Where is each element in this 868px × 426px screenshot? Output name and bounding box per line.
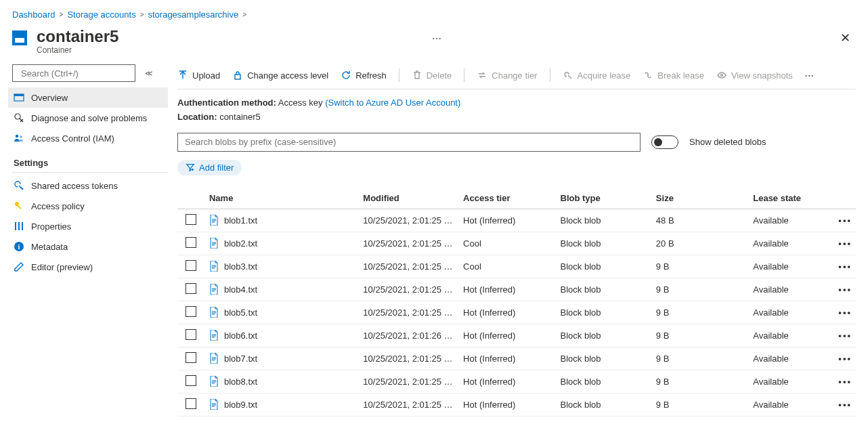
- svg-rect-10: [18, 222, 20, 230]
- table-row[interactable]: blob5.txt10/25/2021, 2:01:25 …Hot (Infer…: [177, 301, 856, 324]
- table-row[interactable]: blob8.txt10/25/2021, 2:01:25 …Hot (Infer…: [177, 370, 856, 393]
- refresh-button[interactable]: Refresh: [341, 70, 387, 81]
- row-more-button[interactable]: •••: [832, 232, 856, 255]
- row-more-button[interactable]: •••: [832, 278, 856, 301]
- close-button[interactable]: ✕: [835, 28, 856, 48]
- row-checkbox[interactable]: [186, 237, 196, 248]
- edit-icon: [14, 261, 24, 272]
- col-header-lease-state[interactable]: Lease state: [749, 188, 832, 209]
- blob-lease-state: Available: [749, 209, 832, 232]
- col-header-modified[interactable]: Modified: [359, 188, 459, 209]
- auth-method-value: Access key: [278, 98, 323, 108]
- blob-size: 9 B: [652, 393, 749, 416]
- col-header-blob-type[interactable]: Blob type: [557, 188, 652, 209]
- acquire-lease-icon: [563, 70, 573, 81]
- table-row[interactable]: blob7.txt10/25/2021, 2:01:25 …Hot (Infer…: [177, 347, 856, 370]
- page-subtitle: Container: [37, 45, 425, 55]
- show-deleted-toggle[interactable]: [651, 135, 678, 149]
- table-row[interactable]: blob1.txt10/25/2021, 2:01:25 …Hot (Infer…: [177, 209, 856, 232]
- upload-icon: [177, 70, 188, 81]
- sidebar-item-label: Diagnose and solve problems: [31, 113, 147, 123]
- row-more-button[interactable]: •••: [832, 301, 856, 324]
- svg-rect-11: [22, 222, 23, 230]
- sidebar-item-metadata[interactable]: i Metadata: [8, 236, 168, 257]
- table-row[interactable]: blob3.txt10/25/2021, 2:01:25 …CoolBlock …: [177, 255, 856, 278]
- blob-name: blob5.txt: [224, 307, 257, 318]
- sidebar-item-properties[interactable]: Properties: [8, 216, 168, 236]
- blob-modified: 10/25/2021, 2:01:26 …: [359, 324, 459, 347]
- blob-name: blob3.txt: [224, 261, 257, 272]
- row-checkbox[interactable]: [186, 260, 196, 271]
- upload-button[interactable]: Upload: [177, 70, 220, 81]
- sidebar-item-access-policy[interactable]: Access policy: [8, 196, 168, 216]
- row-more-button[interactable]: •••: [832, 347, 856, 370]
- sidebar-item-label: Access Control (IAM): [31, 133, 114, 144]
- cmd-label: Acquire lease: [578, 70, 631, 81]
- sidebar-item-label: Shared access tokens: [31, 181, 118, 191]
- col-header-size[interactable]: Size: [652, 188, 749, 209]
- table-row[interactable]: blob2.txt10/25/2021, 2:01:25 …CoolBlock …: [177, 232, 856, 255]
- change-access-level-button[interactable]: Change access level: [232, 70, 328, 81]
- blob-modified: 10/25/2021, 2:01:25 …: [359, 209, 459, 232]
- sidebar-item-access-control[interactable]: Access Control (IAM): [8, 128, 168, 148]
- file-icon: [209, 261, 224, 272]
- blob-lease-state: Available: [749, 347, 832, 370]
- sidebar-item-overview[interactable]: Overview: [8, 87, 168, 108]
- page-title: container5: [37, 28, 425, 45]
- blob-size: 9 B: [652, 255, 749, 278]
- add-filter-button[interactable]: Add filter: [177, 160, 242, 175]
- diagnose-icon: [14, 112, 24, 123]
- command-more-button[interactable]: ···: [805, 70, 815, 81]
- row-checkbox[interactable]: [186, 398, 196, 409]
- lock-icon: [232, 70, 243, 81]
- row-more-button[interactable]: •••: [832, 255, 856, 278]
- row-more-button[interactable]: •••: [832, 209, 856, 232]
- sidebar-divider: [12, 172, 168, 173]
- command-separator: [464, 68, 464, 82]
- filter-bar: Show deleted blobs: [177, 133, 856, 152]
- row-checkbox[interactable]: [186, 375, 196, 386]
- svg-rect-14: [235, 74, 240, 79]
- row-more-button[interactable]: •••: [832, 370, 856, 393]
- delete-button: Delete: [412, 70, 452, 81]
- blob-name: blob1.txt: [224, 215, 257, 226]
- collapse-sidebar-button[interactable]: ≪: [142, 66, 156, 81]
- breadcrumb-item-dashboard[interactable]: Dashboard: [12, 9, 56, 20]
- blob-modified: 10/25/2021, 2:01:25 …: [359, 393, 459, 416]
- file-icon: [209, 354, 224, 364]
- sidebar-search-input[interactable]: [21, 68, 135, 79]
- sidebar-search[interactable]: [12, 64, 135, 82]
- table-row[interactable]: blob9.txt10/25/2021, 2:01:25 …Hot (Infer…: [177, 393, 856, 416]
- row-checkbox[interactable]: [186, 283, 196, 294]
- row-checkbox[interactable]: [186, 214, 196, 225]
- row-checkbox[interactable]: [186, 329, 196, 340]
- cmd-label: Delete: [427, 70, 452, 81]
- location-label: Location:: [177, 112, 217, 122]
- breadcrumb-item-storage-accounts[interactable]: Storage accounts: [67, 9, 135, 20]
- table-row[interactable]: blob6.txt10/25/2021, 2:01:26 …Hot (Infer…: [177, 324, 856, 347]
- sidebar-item-shared-access-tokens[interactable]: Shared access tokens: [8, 175, 168, 196]
- row-more-button[interactable]: •••: [832, 393, 856, 416]
- col-header-name[interactable]: Name: [205, 188, 359, 209]
- svg-point-15: [720, 74, 722, 77]
- row-more-button[interactable]: •••: [832, 324, 856, 347]
- blobs-table: Name Modified Access tier Blob type Size…: [177, 188, 856, 417]
- breadcrumb-item-storagesamplesarchive[interactable]: storagesamplesarchive: [148, 9, 238, 20]
- sidebar-item-editor[interactable]: Editor (preview): [8, 257, 168, 277]
- table-row[interactable]: blob4.txt10/25/2021, 2:01:25 …Hot (Infer…: [177, 278, 856, 301]
- filter-icon: [186, 163, 195, 172]
- main-content: Upload Change access level Refresh Delet…: [177, 64, 868, 417]
- blob-access-tier: Hot (Inferred): [459, 301, 556, 324]
- blob-access-tier: Hot (Inferred): [459, 370, 556, 393]
- blob-name: blob2.txt: [224, 238, 257, 249]
- col-header-access-tier[interactable]: Access tier: [459, 188, 556, 209]
- breadcrumb: Dashboard > Storage accounts > storagesa…: [0, 0, 868, 25]
- row-checkbox[interactable]: [186, 306, 196, 317]
- file-icon: [209, 377, 224, 387]
- switch-auth-link[interactable]: (Switch to Azure AD User Account): [325, 98, 460, 108]
- sidebar-item-diagnose[interactable]: Diagnose and solve problems: [8, 108, 168, 128]
- title-more-button[interactable]: ···: [427, 28, 448, 49]
- row-checkbox[interactable]: [186, 352, 196, 363]
- blob-type: Block blob: [557, 347, 652, 370]
- blob-search-input[interactable]: [177, 133, 641, 152]
